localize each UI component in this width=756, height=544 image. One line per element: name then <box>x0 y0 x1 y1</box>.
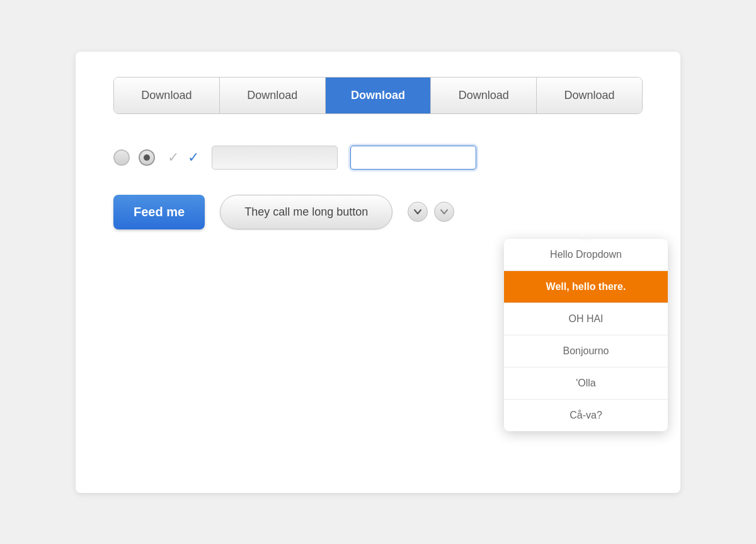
dropdown-item-2[interactable]: OH HAI <box>504 303 668 335</box>
checkbox-checked[interactable]: ✓ <box>188 149 199 166</box>
radio-selected[interactable] <box>139 149 155 166</box>
dropdown-menu: Hello Dropdown Well, hello there. OH HAI… <box>504 239 668 431</box>
dropdown-item-5[interactable]: Cå-va? <box>504 400 668 431</box>
tab-download-3[interactable]: Download <box>326 78 432 113</box>
dropdown-item-4[interactable]: 'Olla <box>504 367 668 400</box>
main-container: Download Download Download Download Down… <box>76 52 680 493</box>
tab-bar: Download Download Download Download Down… <box>113 77 643 114</box>
radio-unselected[interactable] <box>113 149 130 166</box>
dropdown-arrow-down-1[interactable] <box>408 202 428 222</box>
long-button[interactable]: They call me long button <box>220 195 392 229</box>
checkbox-unchecked[interactable]: ✓ <box>168 149 179 166</box>
dropdown-item-0[interactable]: Hello Dropdown <box>504 239 668 271</box>
text-input-focused[interactable] <box>350 146 476 170</box>
dropdown-item-1[interactable]: Well, hello there. <box>504 271 668 303</box>
checkbox-group: ✓ ✓ <box>168 149 199 166</box>
chevron-down-icon-2 <box>440 209 448 214</box>
tab-download-2[interactable]: Download <box>220 78 326 113</box>
buttons-row: Feed me They call me long button Hello D… <box>113 195 643 229</box>
dropdown-arrows <box>408 202 454 222</box>
radio-group <box>113 149 155 166</box>
chevron-down-icon <box>414 209 421 214</box>
text-input-default[interactable] <box>212 146 338 170</box>
dropdown-arrow-down-2[interactable] <box>434 202 454 222</box>
tab-download-5[interactable]: Download <box>537 78 642 113</box>
radio-inner-dot <box>144 154 150 161</box>
tab-download-4[interactable]: Download <box>431 78 537 113</box>
controls-row: ✓ ✓ <box>113 146 643 170</box>
feed-me-button[interactable]: Feed me <box>113 195 205 229</box>
tab-download-1[interactable]: Download <box>114 78 220 113</box>
dropdown-item-3[interactable]: Bonjourno <box>504 335 668 367</box>
